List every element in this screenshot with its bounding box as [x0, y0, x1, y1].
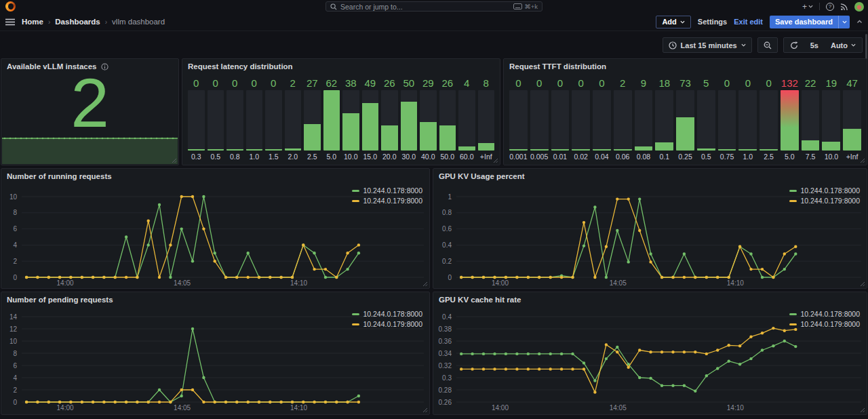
histogram-column[interactable]: 50.5 [697, 75, 715, 161]
histogram-column[interactable]: 625.0 [323, 75, 340, 161]
histogram-column[interactable]: 01.0 [246, 75, 263, 161]
save-dashboard-dropdown[interactable] [838, 16, 850, 28]
breadcrumb-dashboards[interactable]: Dashboards [55, 18, 100, 26]
data-point [671, 351, 674, 353]
refresh-icon [790, 41, 798, 49]
refresh-interval-label[interactable]: 5s [804, 38, 825, 52]
user-avatar[interactable] [854, 2, 864, 12]
histogram-column[interactable]: 20.06 [614, 75, 632, 161]
data-point [749, 336, 752, 338]
data-point [716, 367, 719, 370]
histogram-column[interactable]: 00.02 [572, 75, 590, 161]
bar-category-label: +Inf [478, 151, 495, 161]
bar-value-label: 47 [843, 75, 861, 90]
y-axis-tick-label: 2 [13, 386, 17, 394]
histogram-column[interactable]: 5030.0 [401, 75, 418, 161]
auto-refresh-dropdown[interactable]: Auto [825, 38, 862, 52]
histogram-column[interactable]: 01.0 [738, 75, 757, 161]
histogram-column[interactable]: 3810.0 [342, 75, 359, 161]
mega-menu-icon[interactable] [5, 18, 15, 26]
panel-resize-handle[interactable] [860, 407, 865, 413]
histogram-column[interactable]: 272.5 [304, 75, 321, 161]
bar-category-label: 0.1 [655, 151, 673, 161]
panel-title-kv-usage[interactable]: GPU KV Usage percent [439, 172, 525, 180]
time-range-picker[interactable]: Last 15 minutes [663, 37, 752, 53]
settings-button[interactable]: Settings [698, 18, 727, 26]
bar-value-label: 0 [593, 75, 611, 90]
exit-edit-button[interactable]: Exit edit [734, 18, 763, 26]
panel-title-request-ttft[interactable]: Request TTFT distribution [509, 62, 606, 71]
panel-resize-handle[interactable] [422, 281, 428, 287]
histogram-column[interactable]: 227.5 [802, 75, 820, 161]
histogram-column[interactable]: 8+Inf [478, 75, 495, 161]
histogram-column[interactable]: 00.8 [226, 75, 243, 161]
histogram-column[interactable]: 00.001 [509, 75, 528, 161]
legend-item[interactable]: 10.244.0.178:8000 [789, 310, 860, 318]
histogram-column[interactable]: 00.5 [208, 75, 224, 161]
histogram-column[interactable]: 00.75 [718, 75, 736, 161]
panel-title-request-latency[interactable]: Request latency distribution [188, 62, 293, 71]
ttft-histogram[interactable]: 00.00100.00500.0100.0200.0420.0690.08180… [509, 75, 861, 161]
panel-resize-handle[interactable] [422, 407, 428, 413]
panel-resize-handle[interactable] [172, 158, 177, 163]
bar-track [323, 90, 340, 151]
add-new-button[interactable]: + [802, 3, 813, 11]
histogram-column[interactable]: 730.25 [676, 75, 694, 161]
legend-item[interactable]: 10.244.0.179:8000 [789, 320, 860, 328]
info-icon[interactable] [101, 63, 108, 71]
panel-title-pending-requests[interactable]: Number of pending requests [7, 296, 113, 304]
legend-item[interactable]: 10.244.0.179:8000 [352, 197, 422, 205]
help-icon[interactable]: ? [826, 3, 834, 11]
legend-item[interactable]: 10.244.0.179:8000 [789, 197, 860, 205]
grafana-logo-icon[interactable] [5, 1, 16, 12]
panel-resize-handle[interactable] [860, 281, 865, 287]
histogram-column[interactable]: 460.0 [458, 75, 475, 161]
legend-item[interactable]: 10.244.0.178:8000 [352, 186, 422, 195]
histogram-column[interactable]: 00.01 [551, 75, 570, 161]
histogram-bar [323, 90, 340, 151]
latency-histogram[interactable]: 00.300.500.801.001.522.0272.5625.03810.0… [188, 75, 494, 161]
zoom-out-time-button[interactable] [757, 37, 778, 53]
bar-track [458, 90, 475, 151]
panel-resize-handle[interactable] [860, 158, 865, 163]
histogram-column[interactable]: 00.3 [188, 75, 205, 161]
data-point [335, 276, 338, 279]
collapse-toolbar-icon[interactable] [856, 19, 863, 24]
histogram-column[interactable]: 90.08 [635, 75, 653, 161]
panel-title-available-instances[interactable]: Available vLLM instaces [7, 62, 108, 71]
legend-item[interactable]: 10.244.0.179:8000 [352, 320, 422, 328]
breadcrumb-home[interactable]: Home [22, 18, 43, 26]
histogram-column[interactable]: 180.1 [655, 75, 673, 161]
bar-track [635, 90, 653, 151]
bar-category-label: 15.0 [362, 151, 379, 161]
histogram-column[interactable]: 02.5 [760, 75, 778, 161]
data-point [505, 353, 507, 355]
search-box[interactable]: ⌘+k [326, 1, 542, 12]
search-input[interactable] [340, 3, 510, 11]
bar-value-label: 9 [635, 75, 653, 90]
histogram-column[interactable]: 01.5 [265, 75, 282, 161]
histogram-column[interactable]: 1325.0 [781, 75, 799, 161]
histogram-column[interactable]: 1910.0 [822, 75, 840, 161]
data-point [324, 401, 327, 403]
panel-title-cache-hit-rate[interactable]: GPU KV cache hit rate [439, 296, 521, 304]
histogram-column[interactable]: 2940.0 [420, 75, 437, 161]
histogram-column[interactable]: 2650.0 [439, 75, 456, 161]
legend-item[interactable]: 10.244.0.178:8000 [352, 310, 422, 318]
add-panel-button[interactable]: Add [656, 16, 690, 28]
legend-item[interactable]: 10.244.0.178:8000 [789, 186, 860, 195]
data-point [269, 276, 271, 279]
news-icon[interactable] [840, 3, 848, 11]
histogram-column[interactable]: 00.005 [530, 75, 549, 161]
save-dashboard-button[interactable]: Save dashboard [770, 16, 850, 28]
data-point [638, 376, 641, 379]
data-point [638, 229, 641, 232]
refresh-button[interactable] [784, 38, 804, 52]
histogram-column[interactable]: 4915.0 [362, 75, 379, 161]
histogram-column[interactable]: 00.04 [593, 75, 611, 161]
panel-title-running-requests[interactable]: Number of running requests [7, 172, 112, 180]
histogram-column[interactable]: 47+Inf [843, 75, 861, 161]
panel-resize-handle[interactable] [493, 158, 498, 163]
histogram-column[interactable]: 2620.0 [381, 75, 398, 161]
histogram-column[interactable]: 22.0 [285, 75, 302, 161]
